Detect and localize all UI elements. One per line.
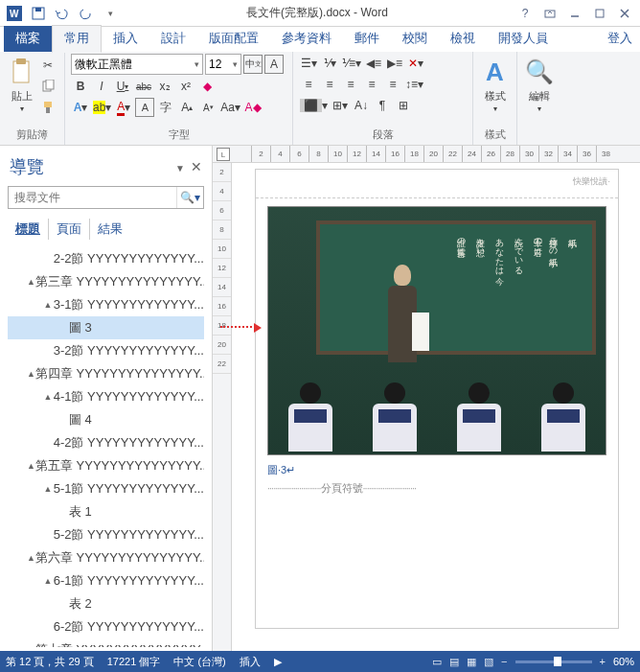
qat-customize-icon[interactable]: ▾ xyxy=(100,3,121,24)
clear-all-format-icon[interactable]: A◆ xyxy=(243,98,263,117)
status-language[interactable]: 中文 (台灣) xyxy=(173,655,225,669)
navtab-results[interactable]: 結果 xyxy=(90,219,130,240)
shrink-font-icon[interactable]: A▾ xyxy=(198,98,217,117)
help-icon[interactable]: ? xyxy=(514,3,537,24)
nav-tree-item[interactable]: 表 1 xyxy=(8,500,204,523)
horizontal-ruler[interactable]: L 2468101214161820222426283032343638 xyxy=(213,146,640,163)
zoom-level[interactable]: 60% xyxy=(613,656,634,667)
tab-developer[interactable]: 開發人員 xyxy=(487,26,560,52)
navtab-pages[interactable]: 頁面 xyxy=(49,219,90,240)
zoom-in-button[interactable]: + xyxy=(600,656,606,667)
nav-search[interactable]: 🔍▾ xyxy=(8,186,204,209)
zoom-slider[interactable] xyxy=(515,660,592,663)
font-size-combo[interactable]: 12▾ xyxy=(205,54,241,75)
superscript-button[interactable]: x² xyxy=(176,77,195,96)
paste-button[interactable]: 貼上▾ xyxy=(6,54,38,117)
nav-tree-item[interactable]: ▲4-1節 YYYYYYYYYYYYY... xyxy=(8,385,204,408)
strike-button[interactable]: abc xyxy=(134,77,153,96)
highlight-icon[interactable]: ab▾ xyxy=(92,98,112,117)
signin-link[interactable]: 登入 xyxy=(596,26,640,52)
document-body[interactable]: 快樂悅讀· 手紙 拝啓この手紙 十五の君に 読んでいる あなたは今 誰を想い 誰… xyxy=(232,163,640,651)
tab-references[interactable]: 參考資料 xyxy=(270,26,343,52)
align-left-icon[interactable]: ≡ xyxy=(299,75,318,94)
zoom-out-button[interactable]: − xyxy=(501,656,507,667)
phonetic-guide-icon[interactable]: 中文 xyxy=(243,55,263,74)
distribute-icon[interactable]: ≡ xyxy=(383,75,402,94)
nav-tree-item[interactable]: 5-2節 YYYYYYYYYYYYY... xyxy=(8,523,204,546)
print-layout-icon[interactable]: ▤ xyxy=(449,656,459,668)
italic-button[interactable]: I xyxy=(92,77,111,96)
snap-grid-icon[interactable]: ⊞ xyxy=(394,96,413,115)
font-color-icon[interactable]: A▾ xyxy=(114,98,133,117)
enclose-char-icon[interactable]: 字 xyxy=(156,98,175,117)
nav-tree-item[interactable]: 表 2 xyxy=(8,592,204,615)
status-word-count[interactable]: 17221 個字 xyxy=(107,655,161,669)
numbering-icon[interactable]: ⅟▾ xyxy=(320,54,339,73)
tab-file[interactable]: 檔案 xyxy=(4,26,52,52)
subscript-button[interactable]: x₂ xyxy=(155,77,174,96)
vertical-ruler[interactable]: 246810121416182022 xyxy=(213,163,232,651)
nav-tree-item[interactable]: 6-2節 YYYYYYYYYYYYY... xyxy=(8,615,204,638)
nav-tree-item[interactable]: ▲第七章 YYYYYYYYYYYYYYY... xyxy=(8,638,204,647)
nav-tree-item[interactable]: ▲第三章 YYYYYYYYYYYYYYY... xyxy=(8,270,204,293)
underline-button[interactable]: U▾ xyxy=(113,77,132,96)
font-family-combo[interactable]: 微軟正黑體▾ xyxy=(71,54,203,75)
increase-indent-icon[interactable]: ▶≡ xyxy=(385,54,404,73)
read-mode-icon[interactable]: ▭ xyxy=(432,656,442,668)
ribbon-display-icon[interactable] xyxy=(538,3,561,24)
nav-tree-item[interactable]: ▲3-1節 YYYYYYYYYYYYY... xyxy=(8,293,204,316)
status-page[interactable]: 第 12 頁，共 29 頁 xyxy=(6,655,94,669)
grow-font-icon[interactable]: A▴ xyxy=(177,98,196,117)
tab-layout[interactable]: 版面配置 xyxy=(197,26,270,52)
search-icon[interactable]: 🔍▾ xyxy=(176,187,203,208)
styles-button[interactable]: A樣式▾ xyxy=(479,54,511,115)
nav-tree-item[interactable]: 3-2節 YYYYYYYYYYYYY... xyxy=(8,339,204,362)
multilevel-icon[interactable]: ⅟≡▾ xyxy=(341,54,362,73)
align-right-icon[interactable]: ≡ xyxy=(341,75,360,94)
asian-layout-icon[interactable]: ✕▾ xyxy=(406,54,425,73)
tab-selector-icon[interactable]: L xyxy=(217,148,230,161)
navtab-headings[interactable]: 標題 xyxy=(8,219,49,240)
redo-icon[interactable] xyxy=(76,3,97,24)
tab-view[interactable]: 檢視 xyxy=(439,26,487,52)
word-app-icon[interactable]: W xyxy=(4,3,25,24)
tab-design[interactable]: 設計 xyxy=(149,26,197,52)
nav-tree-item[interactable]: 圖 3 xyxy=(8,316,204,339)
bullets-icon[interactable]: ☰▾ xyxy=(299,54,318,73)
nav-close-icon[interactable]: ✕ xyxy=(191,159,202,174)
bold-button[interactable]: B xyxy=(71,77,90,96)
outline-icon[interactable]: ▧ xyxy=(484,656,493,668)
show-marks-icon[interactable]: ¶ xyxy=(373,96,392,115)
nav-menu-icon[interactable]: ▼ xyxy=(175,163,185,174)
status-macro-icon[interactable]: ▶ xyxy=(274,656,282,668)
nav-tree-item[interactable]: 2-2節 YYYYYYYYYYYYY... xyxy=(8,247,204,270)
nav-tree-item[interactable]: ▲5-1節 YYYYYYYYYYYYY... xyxy=(8,477,204,500)
nav-tree-item[interactable]: ▲6-1節 YYYYYYYYYYYYY... xyxy=(8,569,204,592)
align-center-icon[interactable]: ≡ xyxy=(320,75,339,94)
nav-tree-item[interactable]: ▲第四章 YYYYYYYYYYYYYYY... xyxy=(8,362,204,385)
clear-format-icon[interactable]: ◆ xyxy=(197,77,217,96)
nav-tree-item[interactable]: ▲第六章 YYYYYYYYYYYYYYY... xyxy=(8,546,204,569)
tab-insert[interactable]: 插入 xyxy=(102,26,149,52)
line-spacing-icon[interactable]: ↕≡▾ xyxy=(404,75,424,94)
cut-icon[interactable]: ✂ xyxy=(38,56,57,75)
text-effects-icon[interactable]: A▾ xyxy=(71,98,90,117)
char-shading-icon[interactable]: A xyxy=(135,98,154,117)
editing-button[interactable]: 🔍編輯▾ xyxy=(523,54,556,115)
shading-icon[interactable]: ⬛▾ xyxy=(299,96,329,115)
minimize-icon[interactable] xyxy=(563,3,586,24)
tab-mailings[interactable]: 郵件 xyxy=(343,26,391,52)
change-case-icon[interactable]: Aa▾ xyxy=(219,98,241,117)
status-insert-mode[interactable]: 插入 xyxy=(240,655,261,669)
copy-icon[interactable] xyxy=(38,77,57,96)
tab-review[interactable]: 校閱 xyxy=(391,26,439,52)
nav-tree-item[interactable]: ▲第五章 YYYYYYYYYYYYYYY... xyxy=(8,454,204,477)
nav-tree-item[interactable]: 圖 4 xyxy=(8,408,204,431)
char-border-icon[interactable]: A xyxy=(264,55,284,74)
tab-home[interactable]: 常用 xyxy=(52,25,102,53)
justify-icon[interactable]: ≡ xyxy=(362,75,381,94)
decrease-indent-icon[interactable]: ◀≡ xyxy=(364,54,383,73)
search-input[interactable] xyxy=(9,187,176,208)
nav-tree-item[interactable]: 4-2節 YYYYYYYYYYYYY... xyxy=(8,431,204,454)
close-icon[interactable] xyxy=(613,3,636,24)
